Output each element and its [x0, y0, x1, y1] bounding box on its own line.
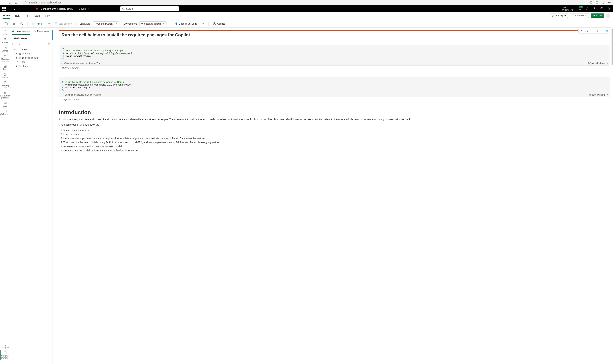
save-icon[interactable] — [3, 21, 9, 26]
address-bar[interactable]: Search or enter web address — [22, 0, 585, 5]
download-icon[interactable] — [593, 7, 596, 10]
home-icon[interactable] — [14, 1, 17, 4]
vnav-notebook-item[interactable]: Customer churn-513 — [0, 350, 10, 360]
tab-run[interactable]: Run — [24, 13, 30, 19]
env-dropdown[interactable]: Workspace default — [139, 22, 166, 26]
copilot-button[interactable]: Copilot — [212, 21, 226, 26]
search-icon — [122, 7, 125, 10]
tree-df-pred[interactable]: df_pred_results — [12, 56, 51, 60]
code-icon[interactable] — [585, 30, 588, 33]
svg-point-8 — [587, 8, 588, 9]
vnav-create[interactable]: Create — [0, 37, 10, 45]
collapse-intro-icon[interactable] — [54, 110, 56, 113]
delete-icon[interactable] — [606, 30, 608, 33]
side-panel: Lakehouses Resources Lakehouses r Tables — [10, 28, 53, 364]
lakehouse-icon — [12, 30, 14, 33]
exec-status-text: -Command executed in 15 sec 426 ms — [64, 62, 101, 65]
editing-dropdown[interactable]: Editing — [550, 13, 568, 18]
extension-icon[interactable] — [589, 1, 592, 4]
cell-1-group: Run the cell below to install the requir… — [59, 30, 610, 72]
vnav-my-workspace[interactable]: My workspace — [0, 344, 10, 350]
c-label: C — [13, 7, 15, 10]
vnav-onelake[interactable]: OneLake data hub — [0, 53, 10, 63]
tree-tables[interactable]: Tables — [12, 47, 51, 52]
browser-chrome: Search or enter web address — [0, 0, 613, 5]
cell-lang-dropdown[interactable]: PySpark (Python) — [588, 93, 608, 96]
vnav-deployment[interactable]: Deployment pipelines — [0, 90, 10, 100]
intro-p1: In this notebook, you'll see a Microsoft… — [59, 117, 610, 121]
folder-icon — [18, 65, 21, 67]
more-icon[interactable] — [608, 1, 611, 4]
swap-icon[interactable] — [48, 43, 50, 45]
tree-df-clean[interactable]: df_clean — [12, 52, 51, 56]
notebook-toolbar: Run all Stop session Language PySpark (P… — [1, 20, 612, 28]
tab-view[interactable]: View — [44, 13, 51, 19]
code-cell-2[interactable]: 1 2#Run this cell to install the require… — [59, 77, 610, 97]
svg-point-12 — [610, 8, 610, 9]
settings-icon[interactable] — [586, 7, 589, 10]
side-header: Lakehouses — [12, 37, 51, 40]
comments-button[interactable]: Comments — [570, 13, 589, 18]
vnav-home[interactable]: Home — [0, 29, 10, 37]
tree-files[interactable]: Files — [12, 60, 51, 64]
tab-edit[interactable]: Edit — [15, 13, 20, 19]
pencil-icon — [552, 14, 554, 17]
waffle-icon[interactable] — [2, 7, 6, 11]
output-hidden-1[interactable]: Output is hidden — [59, 65, 610, 70]
gear-icon[interactable] — [19, 22, 24, 26]
vnav-learn[interactable]: Learn — [0, 100, 10, 108]
tab-data[interactable]: Data — [34, 13, 40, 19]
language-dropdown[interactable]: PySpark (Python) — [93, 22, 119, 26]
svg-point-15 — [214, 23, 215, 24]
cell-lang-dropdown[interactable]: PySpark (Python) — [587, 62, 608, 65]
more-cell-icon[interactable] — [600, 30, 603, 33]
run-all-button[interactable]: Run all — [31, 22, 44, 26]
vnav-workspaces[interactable]: Workspaces — [0, 108, 10, 116]
svg-point-7 — [122, 8, 124, 10]
sidetab-lakehouses[interactable]: Lakehouses — [12, 28, 30, 35]
people-icon[interactable] — [608, 7, 611, 10]
edit-icon[interactable] — [590, 30, 593, 33]
vnav-apps[interactable]: Apps — [0, 64, 10, 71]
doc-path[interactable]: Confidential\Microsoft Extend... — [41, 7, 74, 10]
side-r-label: r — [12, 42, 13, 45]
share-button[interactable]: Share — [591, 13, 604, 18]
notebook-content: Run the cell below to install the requir… — [53, 28, 613, 364]
pin-icon[interactable] — [18, 43, 21, 45]
collapse-cell-icon[interactable] — [54, 31, 56, 34]
favorites-icon[interactable] — [602, 1, 605, 4]
vscode-chevron[interactable] — [201, 22, 205, 26]
cell-2-group: 1 2#Run this cell to install the require… — [59, 77, 610, 102]
vnav-metrics[interactable]: Metrics — [0, 72, 10, 79]
cell-toolbar — [578, 29, 610, 34]
svg-point-34 — [601, 31, 601, 31]
tree-churn[interactable]: churn — [12, 64, 51, 68]
user-avatar[interactable] — [606, 13, 611, 18]
vnav-browse[interactable]: Browse — [0, 45, 10, 53]
download-nb-icon[interactable] — [12, 22, 17, 26]
global-search[interactable]: Search — [120, 6, 179, 11]
open-vscode-button[interactable]: Open in VS Code — [173, 21, 198, 26]
saved-indicator[interactable]: · Saved — [77, 7, 89, 10]
vnav-monitoring[interactable]: Monitoring hub — [0, 80, 10, 90]
sparkle-icon[interactable] — [580, 30, 583, 33]
comment-icon — [572, 14, 574, 17]
svg-point-5 — [609, 2, 610, 3]
vscode-icon — [174, 22, 178, 25]
back-icon[interactable] — [2, 1, 5, 4]
scrollbar[interactable] — [612, 28, 613, 65]
svg-point-13 — [21, 23, 22, 24]
code-cell-1[interactable]: 1 2#Run this cell to install the require… — [59, 45, 610, 65]
split-icon[interactable] — [596, 1, 599, 4]
svg-rect-30 — [19, 57, 21, 59]
language-label: Language — [80, 22, 90, 25]
sidetab-resources[interactable]: Resources — [33, 28, 49, 35]
stop-session-button[interactable]: Stop session — [53, 22, 73, 26]
tab-home[interactable]: Home — [2, 13, 10, 19]
refresh-icon[interactable] — [8, 1, 11, 4]
help-icon[interactable]: ? — [600, 7, 603, 10]
lock-icon[interactable] — [595, 30, 598, 33]
notification-icon[interactable]: 125 — [578, 7, 582, 10]
output-hidden-2[interactable]: Output is hidden — [59, 97, 610, 102]
run-all-chevron[interactable] — [47, 22, 51, 26]
